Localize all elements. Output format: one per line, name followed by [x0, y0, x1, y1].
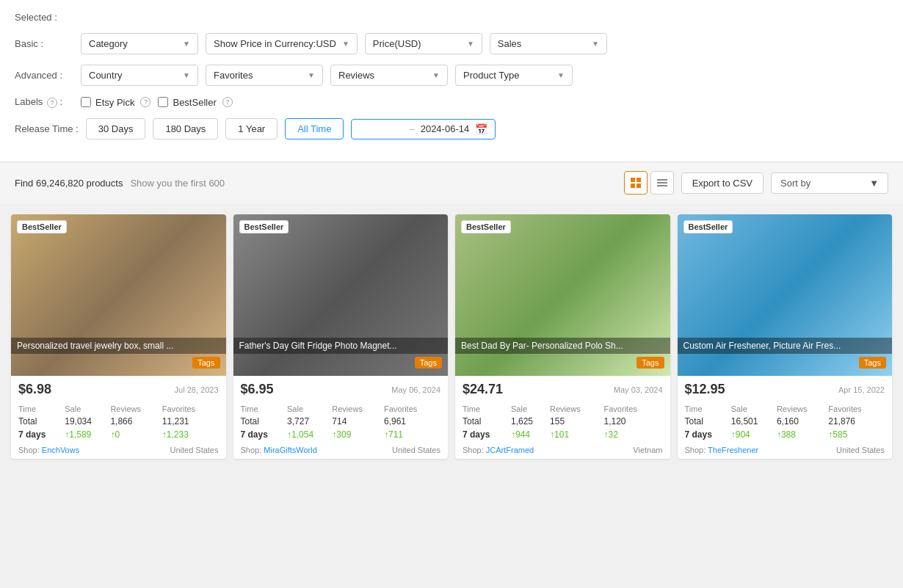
svg-rect-3 [637, 184, 641, 188]
date-end: 2024-06-14 [421, 123, 470, 134]
stats-table: TimeSaleReviewsFavorites Total19,0341,86… [18, 403, 219, 441]
tags-badge[interactable]: Tags [859, 357, 886, 369]
etsy-pick-input[interactable] [81, 97, 91, 107]
shop-label: Shop: [241, 446, 264, 454]
product-image: BestSeller Custom Air Freshener, Picture… [678, 214, 893, 376]
shop-info: Shop: TheFreshener [685, 446, 759, 454]
list-icon [656, 177, 668, 189]
bestseller-badge: BestSeller [239, 220, 289, 233]
stats-header: Favorites [162, 403, 219, 415]
stats-total-row: Total1,6251551,120 [463, 415, 663, 428]
product-date: Apr 15, 2022 [838, 385, 885, 394]
stats-header: Sale [287, 403, 332, 415]
stats-total-cell: Total [18, 415, 65, 428]
stats-value: ↑1,054 [287, 428, 332, 441]
reviews-select[interactable]: Reviews ▼ [330, 65, 448, 86]
shop-link[interactable]: TheFreshener [708, 446, 758, 454]
product-title: Father's Day Gift Fridge Photo Magnet... [233, 338, 449, 354]
stats-header: Sale [511, 403, 550, 415]
currency-select[interactable]: Show Price in Currency:USD ▼ [206, 33, 358, 54]
product-image: BestSeller Father's Day Gift Fridge Phot… [233, 214, 449, 376]
stats-header: Sale [65, 403, 110, 415]
stats-header: Reviews [110, 403, 162, 415]
tags-badge[interactable]: Tags [415, 357, 442, 369]
stats-header: Favorites [384, 403, 440, 415]
list-view-btn[interactable] [650, 171, 674, 195]
chevron-down-icon: ▼ [557, 71, 565, 79]
tags-badge[interactable]: Tags [192, 357, 220, 369]
product-card[interactable]: BestSeller Father's Day Gift Fridge Phot… [233, 214, 449, 459]
stats-total-cell: 714 [332, 415, 384, 428]
sales-select[interactable]: Sales ▼ [490, 33, 607, 54]
stats-period-label: 7 days [463, 428, 511, 441]
stats-value: ↑1,589 [65, 428, 110, 441]
tags-badge[interactable]: Tags [637, 357, 664, 369]
svg-rect-2 [631, 184, 635, 188]
product-title: Best Dad By Par- Personalized Polo Sh... [455, 338, 670, 354]
stats-total-cell: Total [463, 415, 511, 428]
bestseller-badge: BestSeller [17, 220, 67, 233]
30-days-btn[interactable]: 30 Days [86, 118, 146, 139]
stats-header: Favorites [828, 403, 885, 415]
selected-label: Selected : [15, 12, 73, 23]
product-price: $24.71 [463, 382, 503, 397]
stats-header: Reviews [332, 403, 384, 415]
stats-value: ↑101 [550, 428, 603, 441]
product-card[interactable]: BestSeller Best Dad By Par- Personalized… [455, 214, 670, 459]
results-count: Find 69,246,820 products [15, 178, 123, 189]
stats-total-row: Total3,7277146,961 [241, 415, 441, 428]
basic-row: Basic : Category ▼ Show Price in Currenc… [15, 33, 888, 54]
help-icon[interactable]: ? [222, 97, 233, 107]
export-csv-btn[interactable]: Export to CSV [681, 173, 764, 194]
advanced-label: Advanced : [15, 70, 73, 81]
category-select[interactable]: Category ▼ [81, 33, 198, 54]
product-date: May 03, 2024 [614, 385, 663, 394]
svg-rect-6 [657, 185, 667, 186]
shop-link[interactable]: EnchVows [42, 446, 79, 454]
stats-header: Sale [731, 403, 777, 415]
stats-value: ↑711 [384, 428, 440, 441]
bestseller-checkbox[interactable]: BestSeller ? [158, 97, 232, 108]
calendar-icon[interactable]: 📅 [475, 123, 487, 135]
stats-table: TimeSaleReviewsFavorites Total16,5016,16… [685, 403, 885, 441]
shop-info: Shop: EnchVows [18, 446, 79, 454]
etsy-pick-checkbox[interactable]: Etsy Pick ? [81, 97, 150, 108]
date-range-picker[interactable]: – 2024-06-14 📅 [351, 119, 496, 139]
product-type-select[interactable]: Product Type ▼ [455, 65, 573, 86]
stats-7days-row: 7 days ↑904↑388↑585 [685, 428, 885, 441]
product-card[interactable]: BestSeller Personalized travel jewelry b… [11, 214, 226, 459]
grid-view-btn[interactable] [624, 171, 648, 195]
stats-value: ↑1,233 [162, 428, 219, 441]
shop-link[interactable]: JCArtFramed [486, 446, 534, 454]
chevron-down-icon: ▼ [308, 71, 315, 79]
stats-total-cell: 16,501 [731, 415, 777, 428]
price-row: $24.71 May 03, 2024 [463, 382, 663, 397]
all-time-btn[interactable]: All Time [285, 118, 344, 139]
stats-header: Time [241, 403, 288, 415]
grid-icon [630, 177, 642, 189]
shop-info: Shop: MiraGiftsWorld [241, 446, 317, 454]
release-time-label: Release Time : [15, 123, 79, 134]
stats-total-cell: 11,231 [162, 415, 219, 428]
product-date: May 06, 2024 [391, 385, 440, 394]
help-icon[interactable]: ? [47, 98, 57, 108]
180-days-btn[interactable]: 180 Days [153, 118, 218, 139]
product-price: $6.95 [241, 382, 274, 397]
help-icon[interactable]: ? [140, 97, 150, 107]
country-select[interactable]: Country ▼ [81, 65, 198, 86]
shop-link[interactable]: MiraGiftsWorld [264, 446, 317, 454]
shop-info: Shop: JCArtFramed [463, 446, 534, 454]
date-start-placeholder [359, 123, 403, 134]
stats-header: Reviews [550, 403, 603, 415]
product-info: $24.71 May 03, 2024 TimeSaleReviewsFavor… [455, 376, 670, 459]
bestseller-input[interactable] [158, 97, 168, 107]
chevron-down-icon: ▼ [432, 71, 440, 79]
product-info: $6.98 Jul 28, 2023 TimeSaleReviewsFavori… [11, 376, 226, 459]
product-info: $12.95 Apr 15, 2022 TimeSaleReviewsFavor… [678, 376, 893, 459]
sort-select[interactable]: Sort by ▼ [771, 173, 888, 194]
product-card[interactable]: BestSeller Custom Air Freshener, Picture… [678, 214, 893, 459]
favorites-select[interactable]: Favorites ▼ [206, 65, 323, 86]
price-select[interactable]: Price(USD) ▼ [365, 33, 482, 54]
bestseller-badge: BestSeller [461, 220, 511, 233]
1-year-btn[interactable]: 1 Year [225, 118, 278, 139]
